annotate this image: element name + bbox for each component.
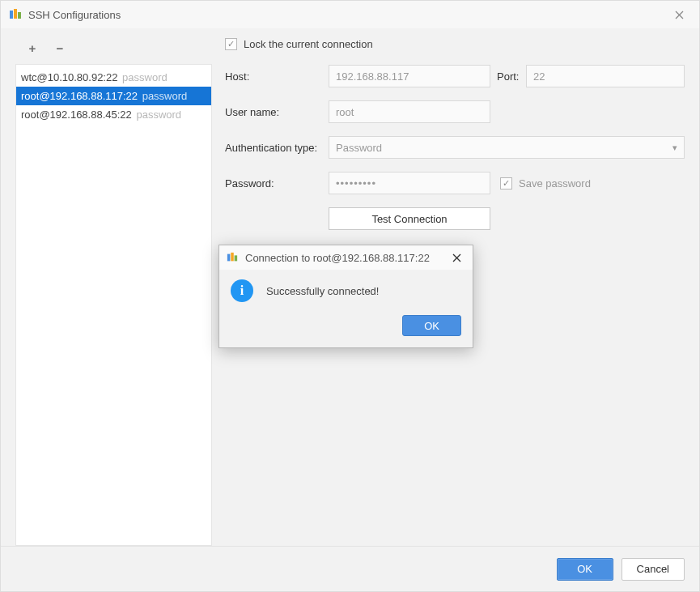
lock-row: Lock the current connection: [225, 38, 685, 50]
config-item[interactable]: wtc@10.10.80.92:22 password: [16, 68, 211, 87]
password-label: Password:: [225, 177, 329, 190]
user-row: User name: root: [225, 100, 685, 123]
add-config-button[interactable]: +: [25, 40, 40, 55]
config-item-hint: password: [134, 109, 181, 121]
save-password-wrap: Save password: [500, 177, 591, 190]
lock-label: Lock the current connection: [244, 38, 373, 50]
list-toolbar: + −: [15, 36, 212, 59]
config-item-hint: password: [139, 90, 187, 102]
password-row: Password: ••••••••• Save password: [225, 172, 685, 194]
app-icon: [226, 251, 239, 264]
config-list-panel: + − wtc@10.10.80.92:22 passwordroot@192.…: [15, 36, 212, 546]
config-list[interactable]: wtc@10.10.80.92:22 passwordroot@192.168.…: [15, 64, 212, 546]
config-item-name: root@192.168.88.45:22: [21, 109, 132, 121]
dialog-footer: OK Cancel: [1, 546, 699, 591]
svg-rect-1: [14, 9, 17, 19]
connection-result-dialog: Connection to root@192.168.88.117:22 i S…: [218, 245, 473, 348]
save-password-label: Save password: [519, 177, 591, 190]
username-input[interactable]: root: [329, 100, 490, 123]
test-row: Test Connection: [225, 207, 685, 230]
auth-type-value: Password: [336, 142, 382, 154]
modal-titlebar: Connection to root@192.168.88.117:22: [219, 245, 473, 270]
test-connection-button[interactable]: Test Connection: [329, 207, 490, 230]
lock-checkbox[interactable]: [225, 38, 237, 50]
chevron-down-icon: ▾: [672, 143, 677, 153]
svg-rect-4: [231, 253, 234, 262]
auth-row: Authentication type: Password ▾: [225, 136, 685, 159]
auth-type-select[interactable]: Password ▾: [329, 136, 685, 159]
modal-footer: OK: [219, 307, 473, 347]
host-label: Host:: [225, 70, 329, 83]
titlebar: SSH Configurations: [1, 1, 699, 28]
host-input[interactable]: 192.168.88.117: [329, 65, 490, 87]
close-icon[interactable]: [447, 248, 466, 267]
config-item[interactable]: root@192.168.88.45:22 password: [16, 105, 211, 124]
user-label: User name:: [225, 106, 329, 118]
port-label: Port:: [497, 70, 526, 83]
svg-rect-3: [227, 254, 231, 262]
config-item-name: root@192.168.88.117:22: [21, 90, 138, 102]
port-input[interactable]: 22: [526, 65, 685, 87]
close-icon[interactable]: [667, 2, 691, 27]
modal-ok-button[interactable]: OK: [402, 315, 461, 336]
svg-rect-0: [10, 11, 13, 19]
config-item-hint: password: [119, 71, 167, 83]
window-title: SSH Configurations: [28, 9, 121, 21]
host-row: Host: 192.168.88.117 Port: 22: [225, 65, 685, 87]
app-icon: [9, 8, 22, 21]
modal-title: Connection to root@192.168.88.117:22: [245, 252, 430, 264]
config-item-name: wtc@10.10.80.92:22: [21, 71, 117, 83]
cancel-button[interactable]: Cancel: [622, 558, 685, 581]
password-input[interactable]: •••••••••: [329, 172, 490, 194]
ssh-config-dialog: SSH Configurations + − wtc@10.10.80.92:2…: [0, 0, 700, 592]
remove-config-button[interactable]: −: [53, 40, 67, 55]
auth-label: Authentication type:: [225, 142, 329, 154]
ok-button[interactable]: OK: [557, 558, 613, 581]
modal-body: i Successfully connected!: [219, 270, 473, 307]
info-icon: i: [231, 279, 253, 302]
modal-message: Successfully connected!: [266, 285, 379, 297]
config-item[interactable]: root@192.168.88.117:22 password: [16, 87, 211, 105]
svg-rect-5: [235, 255, 238, 261]
svg-rect-2: [18, 12, 21, 19]
save-password-checkbox[interactable]: [500, 177, 512, 190]
